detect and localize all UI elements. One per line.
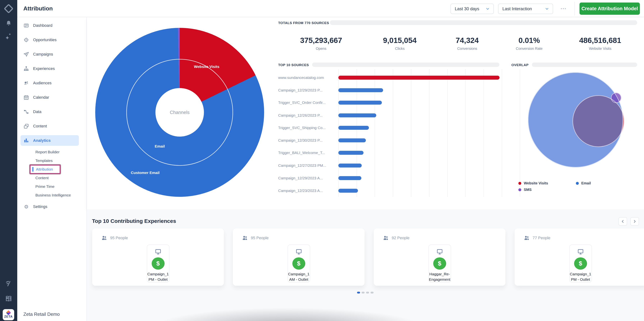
create-attribution-model-button[interactable]: Create Attribution Model [580,2,640,15]
source-bar [338,176,361,180]
source-row: Campaign_12/29/2023 P... [278,88,500,92]
top-bar: Attribution Last 30 days Last Interactio… [17,0,644,17]
stat-conversion-rate: 0.01%Conversion Rate [516,36,543,51]
top-sources-header: TOP 10 SOURCES [278,63,309,67]
sidebar-subitem-attribution-highlighted[interactable]: Attribution [30,165,60,174]
page-dot[interactable] [362,292,364,294]
source-row: Campaign_12/30/2023 P... [278,138,500,142]
zeta-wordmark: ZETA [4,315,12,318]
page-dot[interactable] [370,292,374,294]
sidebar-item-dashboard[interactable]: Dashboard [17,18,86,33]
page-dot[interactable] [366,292,369,294]
date-range-dropdown[interactable]: Last 30 days [450,4,494,14]
chevron-right-icon [633,220,637,224]
sidebar-item-experiences[interactable]: Experiences [17,62,86,76]
sidebar-item-settings[interactable]: ⚙ Settings [17,200,86,214]
target-icon [23,37,29,43]
carousel-prev-button[interactable] [618,217,627,226]
totals-header: TOTALS FROM 770 SOURCES [278,21,329,25]
experience-card[interactable]: 77 People $ Campaign_1PM - Outlet [514,228,644,286]
more-options-button[interactable]: ••• [558,5,570,12]
donut-center-label: Channels [156,88,204,136]
sidebar-item-calendar[interactable]: Calendar [17,90,86,104]
sidebar-subitem-report-builder[interactable]: Report Builder [17,148,86,156]
attribution-model-dropdown[interactable]: Last Interaction [498,4,553,14]
sidebar-subitem-templates[interactable]: Templates [17,156,86,165]
sidebar-item-analytics-active[interactable]: Analytics [20,135,79,146]
chevron-left-icon [621,220,625,224]
experience-card[interactable]: 92 People $ Haggar_Re-Engagement [374,228,506,286]
sidebar-item-audiences[interactable]: Audiences [17,76,86,90]
source-link[interactable]: Campaign_12/29/2023 A... [278,176,336,180]
zeta-diamond-icon [6,310,11,315]
sidebar-item-opportunities[interactable]: Opportunities [17,33,86,47]
source-link[interactable]: Trigger_SVC_Shipping Co... [278,126,336,130]
sidebar-item-label: Experiences [33,66,55,71]
calendar-icon [23,94,29,100]
source-link[interactable]: Campaign_12/27/2023 PM... [278,164,336,168]
legend-dot [576,182,579,185]
source-bar [338,189,358,193]
source-row: Trigger_SVC_Shipping Co... [278,126,500,130]
source-link[interactable]: Campaign_12/23/2023 A... [278,188,336,193]
experience-node[interactable]: $ Haggar_Re-Engagement [428,244,451,282]
sidebar-item-campaigns[interactable]: Campaigns [17,47,86,62]
source-row: Campaign_12/29/2023 A... [278,176,500,180]
revenue-dollar-icon: $ [292,258,305,270]
source-bar [338,126,369,130]
page-dot[interactable] [357,292,360,294]
page-title: Attribution [23,5,53,12]
people-icon [524,235,530,241]
source-row: Campaign_12/27/2023 PM... [278,164,500,168]
workspace-name: Zeta Retail Demo [23,312,60,317]
source-link[interactable]: www.sundancecatalog.com [278,76,336,80]
source-bar [338,88,383,92]
revenue-dollar-icon: $ [152,258,164,270]
experience-card[interactable]: 95 People $ Campaign_1PM - Outlet [92,228,224,286]
signal-icon[interactable] [0,280,17,287]
source-link[interactable]: Campaign_12/30/2023 P... [278,138,336,142]
attribution-model-value: Last Interaction [502,6,532,11]
source-link[interactable]: Campaign_12/29/2023 P... [278,88,336,92]
experience-node[interactable]: $ Campaign_1PM - Outlet [569,244,592,282]
carousel-next-button[interactable] [630,217,639,226]
channels-sunburst-chart[interactable]: Channels Website Visits Email Customer E… [95,28,264,197]
stat-clicks: 9,015,054Clicks [383,36,417,51]
monitor-icon [577,248,584,255]
sidebar-item-data[interactable]: Data [17,104,86,119]
segment-label-customer-email: Customer Email [131,170,160,175]
notifications-bell-icon[interactable] [0,20,17,27]
sidebar-subitem-business-intelligence[interactable]: Business Intelligence [17,191,86,200]
offscreen-element-shadow [137,306,439,321]
sidebar-item-label: Campaigns [33,52,53,56]
experience-card[interactable]: 95 People $ Campaign_1AM - Outlet [233,228,364,286]
contributing-experiences-section: Top 10 Contributing Experiences 95 Peopl… [87,210,644,321]
chevron-down-icon [545,7,549,10]
revenue-dollar-icon: $ [433,258,446,270]
sitemap-icon [23,66,29,72]
knowledge-book-icon[interactable] [0,295,17,302]
ai-sparkles-icon[interactable]: ✦✦ [0,35,17,40]
source-bar [338,114,376,117]
stat-opens: 375,293,667Opens [300,36,342,51]
segment-label-email: Email [155,144,165,148]
people-icon [383,235,389,241]
people-icon [101,235,107,241]
source-bar [338,138,366,142]
source-link[interactable]: Trigger_SVC_Order Confir... [278,100,336,105]
source-link[interactable]: Campaign_12/26/2023 P... [278,113,336,118]
content-pages-icon [23,123,29,129]
venn-outline [611,92,621,103]
experience-node[interactable]: $ Campaign_1AM - Outlet [288,244,310,282]
sidebar-item-content[interactable]: Content [17,119,86,133]
experience-node[interactable]: $ Campaign_1PM - Outlet [147,244,170,282]
overlap-venn-chart[interactable] [528,72,644,198]
zeta-logo-icon[interactable] [0,5,17,12]
sidebar-subitem-prime-time[interactable]: Prime Time [17,182,86,191]
send-icon [23,52,29,57]
zeta-workspace-logo[interactable]: ZETA [3,309,14,320]
source-link[interactable]: Trigger_BALI_Welcome_T... [278,150,336,155]
sidebar-item-label: Data [33,110,41,114]
sidebar-subitem-content[interactable]: Content [17,174,86,182]
source-bar [338,101,382,104]
